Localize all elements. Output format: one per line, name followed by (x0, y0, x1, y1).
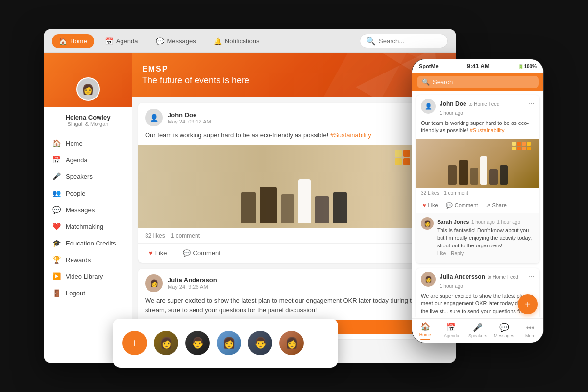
mobile-nav-home[interactable]: 🏠 Home (412, 319, 439, 343)
share-label: Share (492, 202, 506, 208)
post-time-1: May 24, 09:12 AM (168, 119, 211, 124)
mobile-nav-speakers[interactable]: 🎤 Speakers (465, 320, 491, 341)
sidebar-item-home[interactable]: 🏠 Home (44, 135, 132, 151)
speakers-icon: 🎤 (52, 172, 61, 180)
post-image-1 (138, 145, 450, 228)
comment-button-1[interactable]: 💬 Comment (176, 246, 227, 260)
mobile-nav-agenda-label: Agenda (444, 333, 459, 338)
sidebar-item-label: Matchmaking (66, 223, 103, 230)
person-avatar-3[interactable]: 👩 (217, 331, 241, 355)
sidebar-item-messages[interactable]: 💬 Messages (44, 201, 132, 218)
matchmaking-icon: ❤️ (52, 222, 61, 230)
hero-banner: EMSP The future of events is here (132, 53, 456, 97)
comment-time-label-1: 1 hour ago (497, 220, 520, 225)
sidebar-item-label: People (66, 190, 85, 197)
mobile-post-author-1: John Doe (440, 100, 466, 107)
comment-body-1: Sarah Jones 1 hour ago 1 hour ago This i… (437, 217, 535, 256)
mobile-nav-more[interactable]: ••• More (517, 320, 543, 341)
sidebar-item-people[interactable]: 👥 People (44, 185, 132, 201)
post-avatar-2: 👩 (145, 274, 163, 292)
post-stats-1: 32 likes 1 comment (138, 228, 450, 244)
sidebar-item-label: Home (66, 140, 83, 147)
home-icon: 🏠 (52, 139, 61, 147)
heart-icon: ♥ (149, 249, 153, 257)
search-bar[interactable]: 🔍 (360, 34, 448, 48)
mobile-comment-1: 👩 Sarah Jones 1 hour ago 1 hour ago This… (421, 217, 535, 256)
rewards-icon: 🏆 (52, 256, 61, 264)
sidebar-item-video-library[interactable]: ▶️ Video Library (44, 268, 132, 285)
person-avatar-5[interactable]: 👩 (279, 331, 304, 355)
mobile-post-image-1 (416, 139, 539, 188)
comment-reply-button[interactable]: Reply (451, 251, 464, 256)
post-author-1: John Doe (168, 111, 211, 119)
messages-icon: 💬 (156, 37, 164, 45)
person-avatar-2[interactable]: 👨 (185, 331, 210, 355)
search-icon: 🔍 (422, 78, 430, 86)
mobile-nav-speakers-label: Speakers (468, 333, 487, 338)
hashtag-1: #Sustainability (330, 131, 371, 139)
mobile-hashtag-1: #Sustainability (470, 127, 505, 133)
nav-home[interactable]: 🏠 Home (52, 34, 94, 48)
profile-name: Helena Cowley (48, 114, 128, 121)
comment-like-button[interactable]: Like (437, 251, 446, 256)
sidebar-item-speakers[interactable]: 🎤 Speakers (44, 168, 132, 185)
comment-author-1: Sarah Jones (437, 219, 469, 225)
post-header-1: 👤 John Doe May 24, 09:12 AM (138, 103, 450, 130)
add-people-button[interactable]: + (122, 331, 147, 355)
search-icon: 🔍 (366, 36, 376, 46)
mobile-like-button[interactable]: ♥ Like (419, 200, 442, 211)
post-time-2: May 24, 9:26 AM (168, 284, 217, 290)
search-placeholder: Search (433, 78, 453, 86)
mobile-messages-icon: 💬 (499, 323, 509, 332)
fab-button[interactable]: + (518, 294, 538, 314)
nav-agenda[interactable]: 📅 Agenda (98, 34, 145, 48)
nav-notifications-label: Notifications (225, 37, 260, 45)
nav-messages[interactable]: 💬 Messages (149, 34, 203, 48)
comment-time-1: 1 hour ago (471, 220, 495, 225)
svg-marker-1 (323, 53, 407, 97)
sidebar-item-matchmaking[interactable]: ❤️ Matchmaking (44, 218, 132, 235)
mobile-comments-1: 1 comment (444, 190, 468, 196)
feed: 👤 John Doe May 24, 09:12 AM Our team is … (132, 97, 456, 350)
hero-brand: EMSP (142, 65, 249, 74)
mobile-more-icon: ••• (526, 323, 535, 332)
search-input[interactable] (379, 37, 441, 45)
nav-notifications[interactable]: 🔔 Notifications (207, 34, 267, 48)
mobile-nav-messages[interactable]: 💬 Messages (491, 320, 517, 341)
mobile-carrier: SpotMe (419, 63, 439, 69)
mobile-post-1: 👤 John Doe to Home Feed 1 hour ago ··· O… (416, 95, 539, 263)
sidebar-item-agenda[interactable]: 📅 Agenda (44, 151, 132, 168)
post-comments-1: 1 comment (171, 232, 200, 239)
more-options-icon-2[interactable]: ··· (528, 272, 535, 281)
hero-tagline: The future of events is here (142, 75, 249, 86)
sidebar-item-logout[interactable]: 🚪 Logout (44, 285, 132, 301)
mobile-home-icon: 🏠 (420, 322, 430, 331)
mobile-share-button[interactable]: ↗ Share (482, 200, 510, 211)
mobile-likes-1: 32 Likes (421, 190, 439, 196)
post-likes-1: 32 likes (145, 232, 165, 239)
post-card-1: 👤 John Doe May 24, 09:12 AM Our team is … (138, 103, 450, 263)
mobile-nav-more-label: More (525, 333, 536, 338)
mobile-time: 9:41 AM (467, 63, 490, 70)
mobile-comment-section: 👩 Sarah Jones 1 hour ago 1 hour ago This… (416, 213, 539, 263)
mobile-search-header: 🔍 Search (412, 73, 543, 91)
nav-messages-label: Messages (167, 37, 196, 45)
sidebar-item-rewards[interactable]: 🏆 Rewards (44, 251, 132, 268)
mobile-agenda-icon: 📅 (446, 323, 456, 332)
like-button-1[interactable]: ♥ Like (142, 246, 174, 260)
mobile-post-to-1: to Home Feed (468, 101, 499, 107)
mobile-post-actions-1: ♥ Like 💬 Comment ↗ Share (416, 198, 539, 213)
mobile-status-bar: SpotMe 9:41 AM 🔋100% (412, 59, 543, 73)
mobile-comment-button[interactable]: 💬 Comment (442, 200, 482, 211)
more-options-icon[interactable]: ··· (528, 99, 535, 108)
sidebar-profile-info: Helena Cowley Singali & Morgan (44, 107, 132, 131)
mobile-nav-agenda[interactable]: 📅 Agenda (439, 320, 465, 341)
person-avatar-1[interactable]: 👩 (154, 331, 178, 355)
mobile-post-meta-1: John Doe to Home Feed 1 hour ago (440, 99, 524, 117)
plus-icon: + (131, 336, 138, 350)
sidebar-item-education-credits[interactable]: 🎓 Education Credits (44, 235, 132, 251)
post-author-2: Julia Andersson (168, 276, 217, 284)
like-label: Like (428, 202, 438, 208)
mobile-search-bar[interactable]: 🔍 Search (417, 76, 539, 88)
person-avatar-4[interactable]: 👨 (248, 331, 272, 355)
